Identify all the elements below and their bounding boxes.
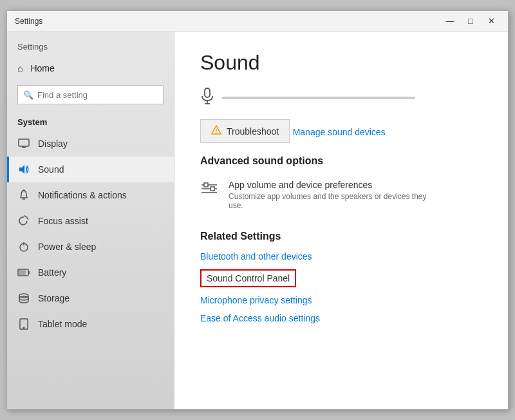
main-content: Sound	[174, 32, 508, 409]
window-title: Settings	[15, 17, 441, 26]
sidebar-item-tablet[interactable]: Tablet mode	[7, 311, 174, 337]
sidebar-item-storage-label: Storage	[38, 293, 70, 303]
search-icon	[23, 89, 33, 100]
page-title: Sound	[200, 51, 482, 75]
sidebar-item-notifications-label: Notifications & actions	[38, 190, 127, 200]
troubleshoot-button[interactable]: Troubleshoot	[200, 119, 290, 143]
sidebar-item-sound-label: Sound	[38, 164, 64, 175]
sidebar-item-battery-label: Battery	[38, 267, 66, 278]
sidebar-item-battery[interactable]: Battery	[7, 260, 174, 285]
mic-privacy-link[interactable]: Microphone privacy settings	[200, 295, 482, 305]
warn-icon	[211, 125, 221, 137]
home-label: Home	[30, 63, 54, 73]
sidebar-item-display-label: Display	[38, 138, 68, 149]
sound-icon	[17, 163, 30, 176]
focus-icon	[17, 215, 30, 227]
settings-window: Settings — □ ✕ Settings Home System	[6, 10, 509, 410]
svg-point-13	[23, 327, 24, 329]
power-icon	[17, 240, 30, 253]
advanced-section-title: Advanced sound options	[200, 155, 482, 167]
title-bar: Settings — □ ✕	[7, 11, 508, 32]
app-volume-row[interactable]: App volume and device preferences Custom…	[200, 177, 482, 213]
sidebar-item-sound[interactable]: Sound	[7, 157, 174, 182]
svg-marker-3	[19, 165, 24, 174]
sound-control-panel-link[interactable]: Sound Control Panel	[200, 269, 296, 287]
storage-icon	[17, 292, 30, 305]
sidebar-item-power-label: Power & sleep	[38, 242, 96, 252]
troubleshoot-label: Troubleshoot	[227, 126, 279, 137]
volume-slider[interactable]	[222, 97, 415, 99]
bluetooth-link[interactable]: Bluetooth and other devices	[200, 251, 482, 262]
svg-point-18	[216, 132, 217, 133]
ease-access-link[interactable]: Ease of Access audio settings	[200, 313, 482, 323]
sidebar-item-power[interactable]: Power & sleep	[7, 234, 174, 260]
close-button[interactable]: ✕	[482, 15, 500, 28]
svg-rect-23	[211, 187, 214, 191]
sidebar-item-tablet-label: Tablet mode	[38, 319, 87, 329]
related-section-title: Related Settings	[200, 231, 482, 242]
search-input[interactable]	[37, 90, 158, 100]
minimize-button[interactable]: —	[441, 15, 459, 28]
sidebar-header: Settings	[7, 32, 174, 57]
content-area: Settings Home System Display	[7, 32, 508, 409]
app-volume-desc: Customize app volumes and the speakers o…	[229, 192, 435, 210]
svg-rect-22	[204, 183, 208, 187]
notifications-icon	[17, 189, 30, 202]
microphone-icon	[200, 88, 214, 108]
maximize-button[interactable]: □	[462, 15, 480, 28]
sidebar-item-display[interactable]: Display	[7, 131, 174, 157]
app-volume-title: App volume and device preferences	[229, 180, 435, 190]
sidebar-item-focus[interactable]: Focus assist	[7, 208, 174, 234]
battery-icon	[17, 266, 30, 279]
tablet-icon	[17, 318, 30, 330]
display-icon	[17, 137, 30, 150]
volume-row	[200, 88, 482, 108]
app-volume-text: App volume and device preferences Custom…	[229, 180, 435, 210]
svg-rect-8	[28, 271, 30, 274]
window-controls: — □ ✕	[441, 15, 500, 28]
sidebar-item-storage[interactable]: Storage	[7, 285, 174, 311]
svg-rect-9	[19, 270, 26, 275]
search-box[interactable]	[17, 85, 164, 104]
volume-slider-fill	[222, 97, 415, 99]
sidebar-item-home[interactable]: Home	[7, 57, 174, 80]
sidebar-section-label: System	[7, 110, 174, 131]
svg-rect-0	[19, 139, 29, 146]
app-volume-icon	[200, 181, 218, 200]
home-icon	[17, 63, 23, 73]
sidebar-item-focus-label: Focus assist	[38, 216, 88, 226]
svg-rect-14	[205, 88, 210, 97]
svg-point-11	[19, 296, 28, 300]
sidebar-item-notifications[interactable]: Notifications & actions	[7, 182, 174, 208]
sidebar: Settings Home System Display	[7, 32, 174, 409]
manage-sound-devices-link[interactable]: Manage sound devices	[293, 127, 386, 137]
